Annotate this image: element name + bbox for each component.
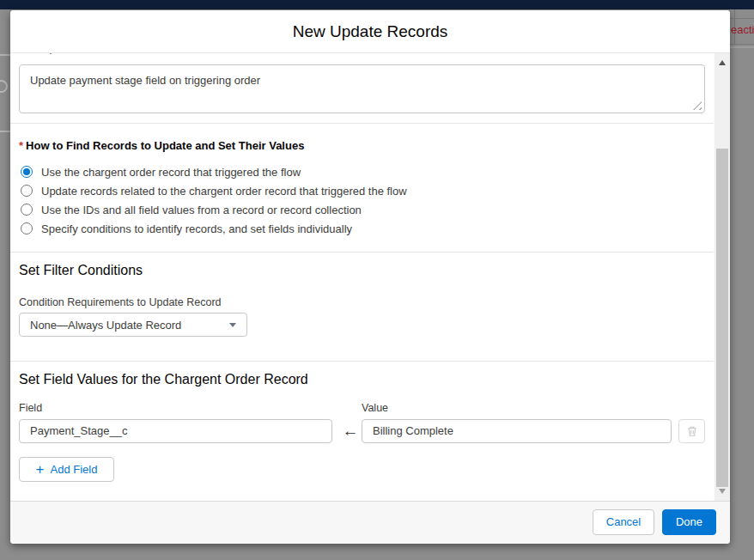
field-column-label: Field: [19, 402, 42, 414]
global-header-bar: [0, 0, 754, 9]
background-page-fragment: [730, 46, 754, 48]
plus-icon: +: [36, 462, 45, 477]
background-circle-icon: [0, 80, 8, 93]
deactivate-partial-text: eactiv: [731, 23, 754, 36]
cancel-button[interactable]: Cancel: [593, 509, 654, 535]
background-page-fragment: [0, 131, 10, 132]
condition-requirements-value: None—Always Update Record: [20, 319, 229, 332]
value-column-label: Value: [362, 402, 388, 414]
chevron-down-icon: [229, 323, 236, 327]
section-divider: [10, 252, 714, 253]
field-input[interactable]: Payment_Stage__c: [19, 419, 332, 443]
resize-handle-icon[interactable]: [693, 101, 702, 110]
field-values-heading: Set Field Values for the Chargent Order …: [19, 371, 308, 388]
radio-option-specify-conditions[interactable]: Specify conditions to identify records, …: [21, 220, 352, 237]
radio-input[interactable]: [21, 185, 33, 197]
value-input[interactable]: Billing Complete: [362, 419, 672, 443]
radio-option-triggering-record[interactable]: Use the chargent order record that trigg…: [21, 163, 301, 180]
modal-scrollbar[interactable]: [714, 53, 730, 501]
description-label-clipped: Description: [19, 53, 191, 56]
radio-input[interactable]: [21, 166, 33, 178]
radio-input[interactable]: [21, 222, 33, 234]
scroll-up-icon[interactable]: [719, 60, 726, 65]
scrollbar-thumb[interactable]: [716, 149, 728, 487]
new-update-records-modal: New Update Records Description Update pa…: [10, 10, 730, 544]
description-textarea[interactable]: Update payment stage field on triggering…: [19, 64, 705, 113]
condition-requirements-select[interactable]: None—Always Update Record: [19, 313, 247, 337]
radio-option-ids-field-values[interactable]: Use the IDs and all field values from a …: [21, 201, 362, 218]
delete-field-button[interactable]: [678, 419, 705, 443]
modal-header: New Update Records: [10, 10, 730, 53]
scroll-down-icon[interactable]: [719, 489, 726, 494]
done-button[interactable]: Done: [662, 509, 716, 535]
required-asterisk: *: [19, 139, 23, 152]
radio-option-related-records[interactable]: Update records related to the chargent o…: [21, 182, 407, 199]
modal-title: New Update Records: [10, 10, 730, 53]
filter-conditions-heading: Set Filter Conditions: [19, 262, 143, 279]
left-arrow-icon: ←: [340, 419, 361, 443]
screen: eactiv New Update Records Description Up…: [0, 0, 754, 560]
section-divider: [10, 123, 714, 124]
section-divider: [10, 361, 714, 362]
background-page-fragment: [0, 54, 10, 56]
trash-icon: [686, 425, 698, 437]
condition-requirements-label: Condition Requirements to Update Record: [19, 296, 222, 308]
modal-body: Description Update payment stage field o…: [10, 53, 730, 501]
description-text: Update payment stage field on triggering…: [20, 65, 704, 95]
modal-footer: Cancel Done: [10, 501, 730, 544]
background-page-fragment: [730, 44, 754, 45]
find-records-label: *How to Find Records to Update and Set T…: [19, 139, 304, 153]
background-page-fragment: [730, 18, 754, 19]
add-field-button[interactable]: + Add Field: [19, 457, 114, 482]
radio-input[interactable]: [21, 204, 33, 216]
